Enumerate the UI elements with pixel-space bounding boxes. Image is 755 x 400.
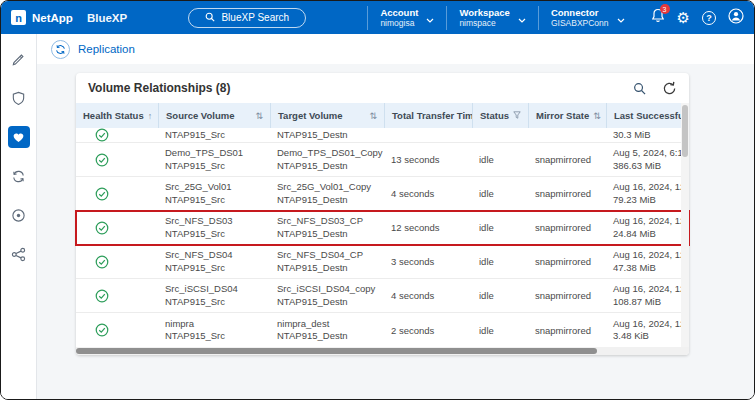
table-row[interactable]: nimpraNTAP915_Src nimpra_destNTAP915_Des… bbox=[76, 313, 689, 347]
gear-icon: ⚙ bbox=[677, 10, 690, 25]
status-value: idle bbox=[479, 290, 494, 301]
last-transfer-date: Aug 5, 2024, 6:15 bbox=[613, 147, 682, 160]
table-row[interactable]: Demo_TPS_DS01NTAP915_Src Demo_TPS_DS01_C… bbox=[76, 143, 689, 177]
vertical-scrollbar bbox=[681, 103, 689, 347]
bluexp-window: n NetApp BlueXP BlueXP Search Account ni… bbox=[0, 0, 755, 400]
target-volume-name: Demo_TPS_DS01_Copy bbox=[277, 147, 377, 160]
notification-badge: 3 bbox=[660, 4, 670, 14]
source-svm: NTAP915_Src bbox=[165, 228, 263, 241]
status-value: idle bbox=[479, 256, 494, 267]
brand-name: NetApp bbox=[32, 12, 73, 24]
health-ok-icon bbox=[95, 221, 151, 235]
card-title: Volume Relationships (8) bbox=[88, 81, 633, 95]
table-row[interactable]: Src_25G_Vol01NTAP915_Src Src_25G_Vol01_C… bbox=[76, 177, 689, 211]
column-header-mirror-state[interactable]: Mirror State ⇅ bbox=[528, 103, 606, 128]
source-svm: NTAP915_Src bbox=[165, 194, 263, 207]
source-svm: NTAP915_Src bbox=[165, 160, 263, 173]
refresh-button[interactable] bbox=[662, 81, 677, 96]
transfer-time: 13 seconds bbox=[391, 154, 440, 165]
transfer-time: 12 seconds bbox=[391, 222, 440, 233]
transfer-size: 3.48 KiB bbox=[613, 330, 682, 343]
workspace-selector[interactable]: Workspace nimspace bbox=[446, 6, 538, 30]
last-transfer-date: Aug 16, 2024, 12: bbox=[613, 181, 682, 194]
bluexp-search-button[interactable]: BlueXP Search bbox=[188, 8, 306, 28]
transfer-time: 4 seconds bbox=[391, 188, 434, 199]
transfer-size: 386.63 MiB bbox=[613, 160, 682, 173]
health-ok-icon bbox=[95, 255, 151, 269]
user-avatar-icon bbox=[728, 8, 744, 28]
source-volume-name: Src_25G_Vol01 bbox=[165, 181, 263, 194]
transfer-size: 108.87 MiB bbox=[613, 296, 682, 309]
user-menu-button[interactable] bbox=[728, 8, 744, 28]
filter-icon bbox=[513, 111, 521, 121]
left-nav bbox=[1, 34, 37, 399]
account-value: nimogisa bbox=[380, 18, 418, 29]
column-header-health-status[interactable]: Health Status ↑ bbox=[76, 103, 158, 128]
mirror-state-value: snapmirrored bbox=[535, 325, 591, 336]
status-value: idle bbox=[479, 325, 494, 336]
column-header-source-volume[interactable]: Source Volume ⇅ bbox=[158, 103, 270, 128]
transfer-size: 24.84 MiB bbox=[613, 228, 682, 241]
table-row[interactable]: Src_iSCSI_DS04NTAP915_Src Src_iSCSI_DS04… bbox=[76, 279, 689, 313]
source-svm: NTAP915_Src bbox=[165, 296, 263, 309]
help-button[interactable]: ? bbox=[702, 11, 716, 25]
page-title[interactable]: Replication bbox=[78, 43, 135, 55]
health-ok-icon bbox=[95, 187, 151, 201]
table-row[interactable]: NTAP915_Src NTAP915_Destn 30.3 MiB bbox=[76, 128, 689, 143]
sidebar-item-extensions[interactable] bbox=[8, 204, 30, 226]
source-volume-name: Src_NFS_DS04 bbox=[165, 249, 263, 262]
search-label: BlueXP Search bbox=[221, 12, 289, 23]
notifications-button[interactable]: 3 bbox=[651, 8, 665, 27]
sidebar-item-share[interactable] bbox=[8, 243, 30, 265]
settings-button[interactable]: ⚙ bbox=[677, 10, 690, 25]
target-svm: NTAP915_Destn bbox=[277, 160, 377, 173]
mirror-state-value: snapmirrored bbox=[535, 154, 591, 165]
chevron-down-icon bbox=[426, 9, 434, 27]
mirror-state-value: snapmirrored bbox=[535, 222, 591, 233]
target-svm: NTAP915_Destn bbox=[277, 330, 377, 343]
transfer-time: 2 seconds bbox=[391, 325, 434, 336]
last-transfer-date: Aug 16, 2024, 12: bbox=[613, 318, 682, 331]
health-ok-icon bbox=[95, 153, 151, 167]
column-header-total-transfer-time[interactable]: Total Transfer Time ⇅ bbox=[384, 103, 472, 128]
target-svm: NTAP915_Destn bbox=[277, 228, 377, 241]
column-header-last-successful[interactable]: Last Successful Tra bbox=[606, 103, 689, 128]
target-svm: NTAP915_Destn bbox=[277, 194, 377, 207]
sidebar-item-protection[interactable] bbox=[8, 126, 30, 148]
status-value: idle bbox=[479, 188, 494, 199]
column-header-status[interactable]: Status bbox=[472, 103, 528, 128]
column-header-target-volume[interactable]: Target Volume ⇅ bbox=[270, 103, 384, 128]
sidebar-item-canvas[interactable] bbox=[8, 48, 30, 70]
status-value: idle bbox=[479, 154, 494, 165]
vertical-scrollbar-thumb[interactable] bbox=[682, 105, 688, 157]
target-svm: NTAP915_Destn bbox=[277, 262, 377, 275]
top-bar: n NetApp BlueXP BlueXP Search Account ni… bbox=[1, 1, 754, 34]
sidebar-item-mobility[interactable] bbox=[8, 165, 30, 187]
table-search-button[interactable] bbox=[633, 82, 646, 95]
table-row[interactable]: Src_NFS_DS04NTAP915_Src Src_NFS_DS04_CPN… bbox=[76, 245, 689, 279]
connector-value: GISABXPConn bbox=[551, 18, 609, 29]
source-volume-name: Src_iSCSI_DS04 bbox=[165, 283, 263, 296]
target-volume-name: Src_NFS_DS03_CP bbox=[277, 215, 377, 228]
last-transfer-date: Aug 16, 2024, 12: bbox=[613, 283, 682, 296]
workspace-label: Workspace bbox=[459, 7, 510, 18]
target-volume-name: nimpra_dest bbox=[277, 318, 377, 331]
search-icon bbox=[205, 12, 215, 24]
table-row-highlighted[interactable]: Src_NFS_DS03NTAP915_Src Src_NFS_DS03_CPN… bbox=[76, 211, 689, 245]
target-volume-name: Src_25G_Vol01_Copy bbox=[277, 181, 377, 194]
volume-relationships-card: Volume Relationships (8) bbox=[76, 73, 689, 355]
sidebar-item-governance[interactable] bbox=[8, 87, 30, 109]
horizontal-scrollbar-thumb[interactable] bbox=[76, 348, 597, 354]
source-svm: NTAP915_Src bbox=[165, 330, 263, 343]
source-svm: NTAP915_Src bbox=[165, 262, 263, 275]
horizontal-scrollbar bbox=[76, 347, 689, 355]
replication-icon bbox=[51, 40, 70, 59]
source-volume-name: Src_NFS_DS03 bbox=[165, 215, 263, 228]
volume-relationships-table: Health Status ↑ Source Volume ⇅ Target V… bbox=[76, 103, 689, 347]
connector-selector[interactable]: Connector GISABXPConn bbox=[538, 6, 637, 30]
account-selector[interactable]: Account nimogisa bbox=[367, 6, 446, 30]
health-ok-icon bbox=[95, 323, 151, 337]
transfer-size: 47.38 MiB bbox=[613, 262, 682, 275]
brand: n NetApp BlueXP bbox=[11, 10, 127, 25]
health-ok-icon bbox=[95, 128, 151, 142]
